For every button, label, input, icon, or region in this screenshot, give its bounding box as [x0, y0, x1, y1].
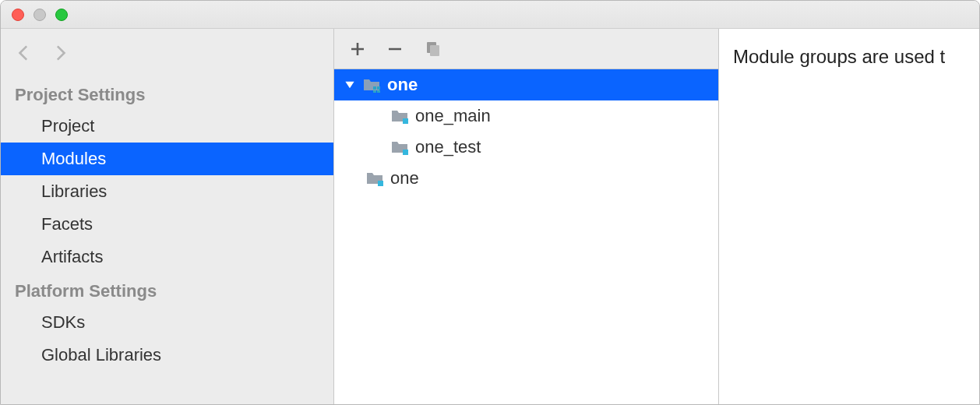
svg-rect-5: [377, 90, 380, 93]
module-icon: [390, 108, 409, 124]
detail-text: Module groups are used t: [733, 46, 945, 67]
tree-row-module-one-main[interactable]: one_main: [334, 100, 718, 132]
copy-button[interactable]: [423, 40, 442, 58]
sidebar-item-facets[interactable]: Facets: [1, 208, 333, 241]
svg-rect-4: [373, 90, 376, 93]
svg-rect-6: [403, 118, 408, 124]
sidebar-heading-project: Project Settings: [1, 77, 333, 110]
tree-row-group-one[interactable]: one: [334, 69, 718, 100]
tree-row-module-one-test[interactable]: one_test: [334, 132, 718, 163]
nav-back-icon[interactable]: [15, 43, 35, 63]
sidebar-item-global-libraries[interactable]: Global Libraries: [1, 339, 333, 372]
add-button[interactable]: [348, 40, 367, 58]
module-icon: [365, 171, 384, 186]
sidebar-heading-platform: Platform Settings: [1, 273, 333, 306]
svg-rect-8: [378, 181, 383, 186]
sidebar-item-sdks[interactable]: SDKs: [1, 306, 333, 339]
modules-panel: one one_main one_test: [334, 29, 719, 404]
remove-button[interactable]: [386, 40, 404, 58]
tree-label: one_main: [415, 106, 491, 126]
sidebar-item-modules[interactable]: Modules: [1, 143, 333, 175]
tree-label: one: [387, 75, 418, 95]
sidebar: Project Settings Project Modules Librari…: [1, 29, 334, 404]
titlebar: [1, 1, 979, 29]
detail-panel: Module groups are used t: [719, 29, 979, 404]
nav-forward-icon[interactable]: [49, 43, 69, 63]
disclosure-triangle-icon[interactable]: [344, 79, 356, 90]
modules-toolbar: [334, 29, 718, 69]
modules-tree[interactable]: one one_main one_test: [334, 69, 718, 404]
window-minimize-button[interactable]: [33, 9, 46, 21]
nav-arrows: [1, 37, 333, 77]
svg-rect-2: [373, 86, 376, 90]
module-icon: [390, 139, 409, 155]
content: Project Settings Project Modules Librari…: [1, 29, 979, 404]
window-zoom-button[interactable]: [55, 9, 68, 21]
sidebar-item-project[interactable]: Project: [1, 110, 333, 143]
svg-rect-1: [430, 45, 439, 56]
tree-row-module-one[interactable]: one: [334, 163, 718, 194]
module-group-icon: [362, 77, 381, 93]
window-close-button[interactable]: [12, 9, 24, 21]
svg-rect-7: [403, 150, 408, 155]
sidebar-item-libraries[interactable]: Libraries: [1, 175, 333, 208]
window: Project Settings Project Modules Librari…: [0, 0, 980, 405]
svg-rect-3: [377, 86, 380, 90]
tree-label: one: [390, 168, 419, 188]
tree-label: one_test: [415, 137, 481, 157]
sidebar-item-artifacts[interactable]: Artifacts: [1, 241, 333, 273]
